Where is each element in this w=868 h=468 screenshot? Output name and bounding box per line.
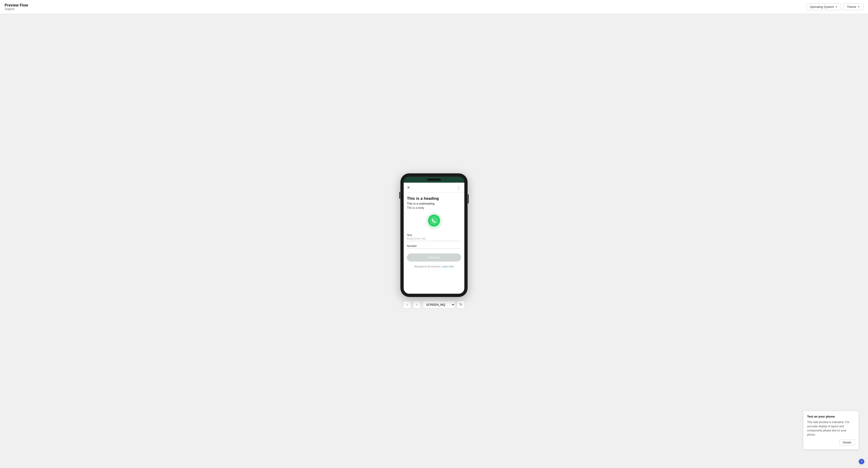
- phone-side-button-right: [468, 194, 469, 203]
- phone-top-bar: [404, 177, 464, 182]
- topbar-left: Preview Flow Support: [5, 3, 28, 11]
- topbar-right: Operating System ▼ Theme ▼: [806, 3, 863, 10]
- app-subtitle: Support: [5, 7, 28, 11]
- phone-side-button-left: [399, 192, 400, 199]
- chevron-right-icon: ›: [416, 303, 417, 306]
- text-field: Text Kindly Enter Text: [407, 234, 461, 241]
- phone-preview-area: ✕ ⋮ This is a heading This is a subheadi…: [400, 173, 468, 308]
- chevron-down-icon: ▼: [835, 5, 838, 8]
- whatsapp-logo-icon: [426, 213, 442, 229]
- phone-frame: ✕ ⋮ This is a heading This is a subheadi…: [400, 173, 468, 297]
- theme-dropdown[interactable]: Theme ▼: [843, 3, 863, 10]
- operating-system-dropdown[interactable]: Operating System ▼: [806, 3, 841, 10]
- app-title: Preview Flow: [5, 3, 28, 7]
- continue-button[interactable]: Continue: [407, 254, 461, 262]
- close-icon[interactable]: ✕: [407, 186, 410, 190]
- text-field-label: Text: [407, 234, 461, 237]
- text-field-hint: Kindly Enter Text: [407, 237, 461, 240]
- whatsapp-logo-wrap: [407, 213, 461, 229]
- theme-label: Theme: [847, 5, 856, 8]
- test-panel: Test on your phone This web preview is i…: [803, 411, 859, 449]
- next-screen-button[interactable]: ›: [413, 301, 421, 308]
- details-button[interactable]: Details: [839, 439, 855, 445]
- test-panel-title: Test on your phone: [807, 415, 855, 418]
- wa-dialog-header: ✕ ⋮: [404, 182, 464, 193]
- wa-footer: Managed by the business. Learn more: [407, 264, 461, 270]
- prev-screen-button[interactable]: ‹: [403, 301, 411, 308]
- chevron-down-icon: ▼: [858, 5, 860, 8]
- phone-notch: [427, 179, 441, 180]
- screen-selector[interactable]: SCREEN_MQ: [423, 301, 455, 308]
- test-panel-body: This web preview is indicative. For accu…: [807, 420, 855, 437]
- chevron-left-icon: ‹: [407, 303, 408, 306]
- refresh-button[interactable]: ↻: [457, 301, 465, 308]
- number-field: Number: [407, 244, 461, 249]
- nav-controls: ‹ › SCREEN_MQ ↻: [403, 301, 465, 308]
- refresh-icon: ↻: [460, 302, 463, 307]
- menu-icon[interactable]: ⋮: [457, 185, 461, 190]
- main-canvas: ✕ ⋮ This is a heading This is a subheadi…: [0, 14, 868, 468]
- learn-more-link[interactable]: Learn more: [442, 265, 454, 268]
- footer-text: Managed by the business.: [414, 265, 441, 268]
- help-icon[interactable]: ?: [858, 458, 865, 465]
- operating-system-label: Operating System: [810, 5, 834, 8]
- content-subheading: This is a subheading: [407, 202, 461, 205]
- wa-content: This is a heading This is a subheading T…: [404, 193, 464, 274]
- content-body: This is a body: [407, 206, 461, 209]
- phone-screen: ✕ ⋮ This is a heading This is a subheadi…: [404, 182, 464, 294]
- number-field-label: Number: [407, 244, 461, 248]
- content-heading: This is a heading: [407, 196, 461, 201]
- topbar: Preview Flow Support Operating System ▼ …: [0, 0, 868, 14]
